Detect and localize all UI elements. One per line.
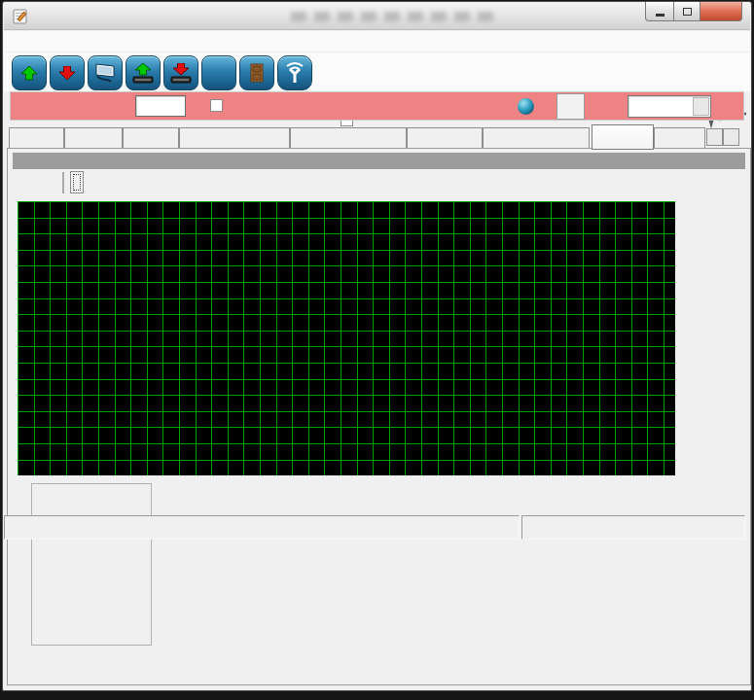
help-button[interactable] [201,55,236,90]
write-device-button[interactable] [163,55,198,90]
menu-modul[interactable] [29,40,47,44]
tab-ap-aero[interactable] [592,124,654,150]
titlebar[interactable] [4,3,750,30]
signal-level-chart [18,201,675,475]
refresh-ports-button[interactable] [557,93,585,120]
tab-rf4-ster[interactable] [654,127,705,149]
subtab-opcje[interactable] [19,172,64,193]
subtab-wykres-poziomu-sygnalu[interactable] [70,171,84,193]
no-pin-checkbox-row[interactable] [210,99,230,112]
tab-wejscia[interactable] [9,127,64,149]
arrow-down-icon [172,63,190,76]
save-rpm-button[interactable] [50,55,85,90]
tab-zdarzenia[interactable] [407,127,483,149]
tab-monitoring-gprs[interactable] [290,127,407,149]
menu-bar [4,31,750,52]
tab-opcje[interactable] [123,127,179,149]
open-rpm-button[interactable] [12,55,47,90]
pin-input[interactable] [135,95,186,117]
tab-bar [3,124,754,149]
dropdown-arrow-icon [693,97,709,116]
maximize-button[interactable] [674,2,700,21]
minimize-icon [656,14,664,17]
tab-scroll-right-button[interactable] [723,128,739,146]
signal-line-plot [18,201,675,475]
hardware-version [521,515,745,540]
chip-icon [132,76,154,84]
section-header [13,153,745,169]
port-select[interactable] [628,95,711,118]
monitor-plug-icon [93,62,117,84]
menu-plik[interactable] [10,40,27,44]
legend-groupbox [31,483,152,646]
menu-pomoc[interactable] [68,40,86,44]
background-window-ghost [291,12,495,21]
connection-status-indicator [518,98,534,115]
toolbar [4,52,750,91]
wireless-button[interactable] [277,55,312,90]
tab-wyjscia[interactable] [64,127,123,149]
arrow-up-icon [20,66,38,81]
exit-button[interactable] [239,55,274,90]
door-icon [249,63,265,83]
ap-aero-panel [7,148,751,685]
connect-button[interactable] [88,55,123,90]
menu-jezyk[interactable] [49,40,66,44]
arrow-up-icon [134,63,152,76]
read-device-button[interactable] [126,55,161,90]
maximize-icon [683,8,692,16]
minimize-button[interactable] [645,2,674,21]
arrow-down-icon [58,66,76,81]
pin-bar [10,91,744,121]
antenna-icon [282,60,307,86]
no-pin-checkbox[interactable] [210,99,223,112]
tab-scroll-left-button[interactable] [706,128,723,146]
app-icon [13,9,28,24]
chip-icon [170,76,192,84]
app-window [2,1,752,691]
close-button[interactable] [700,2,742,21]
tab-panel-dotykowy[interactable] [483,127,590,149]
tab-logicprocessor[interactable] [179,127,290,149]
status-message [4,515,520,540]
